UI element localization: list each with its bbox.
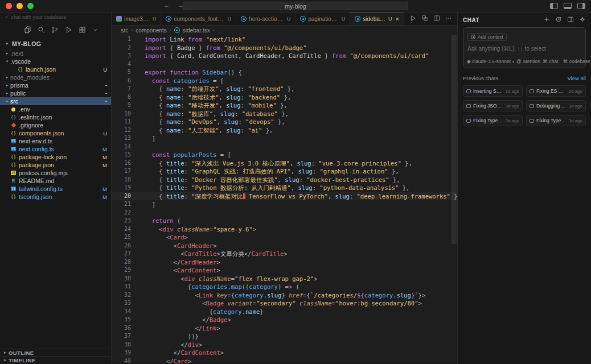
window-title-search[interactable]: my-blog	[183, 2, 408, 10]
explorer-icon[interactable]	[24, 26, 31, 34]
line-number: 1	[112, 35, 131, 44]
breadcrumb-symbol[interactable]: ...	[217, 27, 222, 34]
view-all-link[interactable]: View all	[567, 75, 586, 81]
previous-chat-card[interactable]: Fixing ES Modul...2d ago	[526, 85, 586, 97]
explorer-folder-node_modules[interactable]: ▸node_modules	[0, 73, 111, 81]
line-number: 31	[112, 283, 131, 291]
chat-input-placeholder[interactable]: Ask anything (⌘L), ↑↓ to select	[467, 46, 581, 52]
extensions-icon[interactable]	[79, 26, 86, 34]
code-text: { name: "数据库", slug: "database" },	[131, 110, 289, 118]
explorer-file-.eslintrc.json[interactable]: .eslintrc.json	[0, 113, 111, 121]
editor-scrollbar[interactable]	[452, 35, 457, 244]
outline-section[interactable]: ▸ OUTLINE	[0, 349, 111, 356]
new-chat-icon[interactable]	[543, 15, 550, 25]
code-line: 36 </Link>	[112, 324, 457, 333]
more-actions-icon[interactable]	[445, 14, 452, 24]
previous-chat-card[interactable]: Fixing Type Erro...3d ago	[463, 115, 523, 126]
window-controls	[6, 3, 34, 9]
breadcrumb-folder[interactable]: components	[136, 27, 166, 34]
line-number: 11	[112, 118, 131, 126]
line-number: 34	[112, 308, 131, 316]
chat-mode-selector[interactable]: ⌘ chat	[543, 59, 559, 64]
file-name: prisma	[10, 82, 28, 89]
eslint-file-icon	[10, 114, 17, 121]
tab-sidebar.tsx[interactable]: sidebar.tsxU×	[350, 13, 404, 25]
root-folder-name: MY-BLOG	[12, 40, 41, 47]
history-icon[interactable]	[555, 15, 562, 25]
line-number: 5	[112, 68, 131, 77]
explorer-file-.env[interactable]: .env	[0, 105, 111, 113]
explorer-file-next-env.d.ts[interactable]: next-env.d.ts	[0, 137, 111, 145]
line-number: 24	[112, 225, 131, 234]
code-editor[interactable]: 1import Link from "next/link"2import { B…	[112, 35, 457, 363]
toggle-secondary-sidebar-icon[interactable]	[577, 3, 585, 9]
explorer-file-launch.json[interactable]: launch.jsonU	[0, 65, 111, 73]
explorer-folder-prisma[interactable]: ▸prisma●	[0, 81, 111, 89]
chat-card-time: 1d ago	[506, 89, 519, 94]
back-icon[interactable]: ←	[163, 2, 170, 9]
explorer-file-next.config.ts[interactable]: next.config.tsM	[0, 145, 111, 153]
explorer-file-package.json[interactable]: package.jsonM	[0, 161, 111, 169]
timeline-label: TIMELINE	[9, 357, 36, 363]
chevron-icon: ▾	[4, 59, 10, 64]
open-editor-layout-icon[interactable]	[567, 15, 574, 25]
code-text: <CardHeader>	[131, 242, 216, 250]
explorer-file-package-lock.json[interactable]: package-lock.jsonM	[0, 153, 111, 161]
codebase-label: codebase	[569, 59, 590, 64]
add-context-chip[interactable]: Add context	[467, 33, 507, 41]
outline-label: OUTLINE	[9, 350, 34, 356]
close-icon[interactable]: ×	[396, 15, 399, 22]
tab-pagination.tsx[interactable]: pagination.tsxU	[296, 13, 350, 25]
explorer-file-tsconfig.json[interactable]: tsconfig.jsonM	[0, 193, 111, 201]
chevron-down-icon[interactable]	[92, 27, 98, 33]
breadcrumb-file[interactable]: sidebar.tsx	[183, 27, 210, 34]
zoom-window-button[interactable]	[27, 3, 34, 9]
explorer-file-components.json[interactable]: components.jsonU	[0, 129, 111, 137]
file-name: tsconfig.json	[19, 193, 52, 200]
line-number: 38	[112, 341, 131, 349]
split-editor-icon[interactable]	[433, 14, 440, 24]
code-line: 7 { name: "前端开发", slug: "frontend" },	[112, 85, 457, 93]
code-text: import { Card, CardContent, CardHeader, …	[131, 52, 429, 60]
md-file-icon	[10, 178, 17, 184]
model-selector[interactable]: claude-3.5-sonnet ▾	[467, 59, 514, 64]
code-line: 12 { name: "人工智能", slug: "ai" },	[112, 126, 457, 135]
search-icon[interactable]	[38, 26, 45, 34]
timeline-section[interactable]: ▸ TIMELINE	[0, 356, 111, 363]
explorer-folder-.vscode[interactable]: ▾.vscode	[0, 57, 111, 65]
code-text: ]	[131, 134, 155, 143]
react-icon	[355, 16, 360, 22]
explorer-file-postcss.config.mjs[interactable]: postcss.config.mjs	[0, 169, 111, 177]
settings-gear-icon[interactable]	[579, 15, 586, 25]
explorer-folder-.next[interactable]: ▸.next	[0, 49, 111, 57]
run-debug-icon[interactable]	[65, 26, 72, 34]
chat-input-box[interactable]: Add context Ask anything (⌘L), ↑↓ to sel…	[463, 27, 586, 68]
toggle-sidebar-icon[interactable]	[550, 3, 558, 9]
mention-button[interactable]: @ Mention	[516, 59, 540, 64]
explorer-folder-src[interactable]: ▸src●	[0, 97, 111, 105]
codebase-button[interactable]: ⌘ codebase ▾	[563, 59, 591, 64]
chat-card-time: 3d ago	[569, 118, 582, 123]
open-changes-icon[interactable]	[421, 14, 428, 24]
previous-chat-card[interactable]: Fixing JSON Par...3d ago	[463, 100, 523, 111]
minimize-window-button[interactable]	[17, 3, 23, 9]
code-line: 18 { title: "Docker 容器化部署最佳实践", slug: "d…	[112, 176, 457, 184]
tab-hero-section.tsx[interactable]: hero-section.tsxU	[236, 13, 296, 25]
source-control-icon[interactable]	[51, 26, 59, 34]
tab-components_footer.tsx[interactable]: components_footer.tsxU	[161, 13, 236, 25]
chat-bubble-icon	[466, 119, 471, 123]
explorer-file-README.md[interactable]: README.md	[0, 177, 111, 185]
explorer-root-header[interactable]: ▾ MY-BLOG	[0, 39, 111, 48]
explorer-folder-public[interactable]: ▸public●	[0, 89, 111, 97]
toggle-panel-icon[interactable]	[564, 3, 572, 9]
explorer-file-tailwind.config.ts[interactable]: tailwind.config.tsM	[0, 185, 111, 193]
previous-chat-card[interactable]: Fixing Type Erro...3d ago	[526, 115, 586, 126]
code-line: 1import Link from "next/link"	[112, 35, 457, 44]
previous-chat-card[interactable]: Debugging JSO...3d ago	[526, 100, 586, 111]
close-window-button[interactable]	[6, 3, 12, 9]
run-icon[interactable]	[409, 14, 416, 24]
previous-chat-card[interactable]: Inserting Sampl...1d ago	[463, 85, 523, 97]
breadcrumb-folder[interactable]: src	[121, 27, 128, 34]
tab-image3.png[interactable]: image3.pngU	[112, 13, 161, 25]
explorer-file-.gitignore[interactable]: .gitignore	[0, 121, 111, 129]
